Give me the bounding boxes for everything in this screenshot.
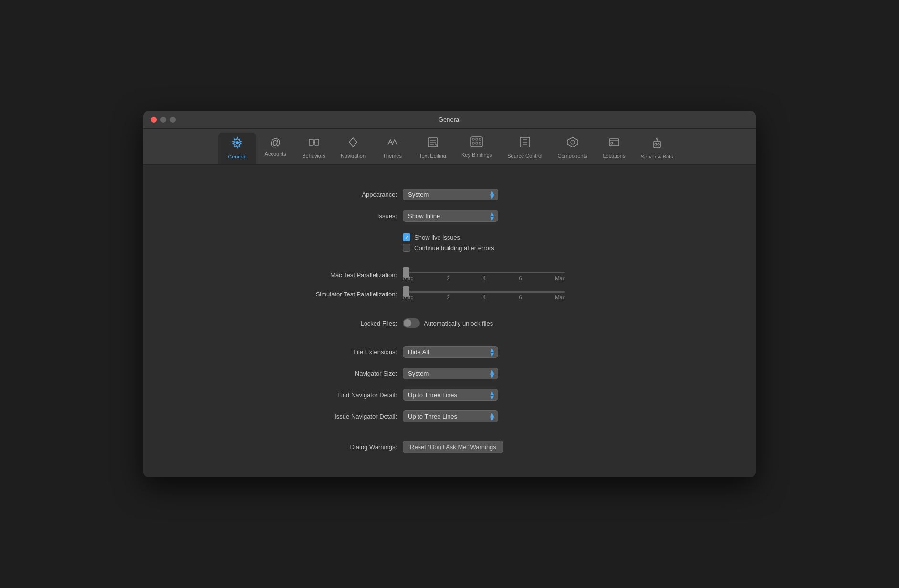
tab-themes[interactable]: Themes: [373, 133, 411, 163]
file-extensions-select[interactable]: Hide All Show All Show Known Types: [403, 346, 498, 358]
close-button[interactable]: [151, 117, 157, 123]
traffic-lights: [151, 117, 176, 123]
tab-behaviors-label: Behaviors: [302, 153, 325, 158]
svg-point-20: [571, 140, 575, 144]
appearance-control: System Light Dark ▲▼: [403, 189, 498, 200]
locked-files-label: Locked Files:: [282, 320, 397, 327]
issue-navigator-row: Issue Navigator Detail: Up to Three Line…: [282, 406, 617, 427]
appearance-select-wrapper: System Light Dark ▲▼: [403, 189, 498, 200]
dialog-warnings-control: Reset “Don’t Ask Me” Warnings: [403, 441, 503, 453]
svg-point-26: [658, 143, 659, 145]
find-navigator-control: Up to Three Lines One Line Two Lines ▲▼: [403, 389, 498, 401]
tab-accounts-label: Accounts: [265, 151, 286, 157]
tab-locations[interactable]: Locations: [595, 133, 633, 163]
themes-icon: [387, 136, 398, 151]
issues-select-wrapper: Show Inline Show Minimized None ▲▼: [403, 210, 498, 222]
issue-navigator-select-wrapper: Up to Three Lines One Line Two Lines ▲▼: [403, 410, 498, 422]
navigation-icon: [347, 136, 359, 151]
tab-components-label: Components: [558, 153, 587, 158]
continue-building-item: Continue building after errors: [403, 244, 494, 252]
tab-general-label: General: [228, 154, 247, 159]
svg-rect-12: [479, 138, 481, 140]
svg-point-0: [236, 141, 239, 144]
svg-rect-10: [472, 138, 474, 140]
locked-files-control: Automatically unlock files: [403, 318, 493, 328]
behaviors-icon: [308, 136, 320, 151]
tab-text-editing-label: Text Editing: [419, 153, 446, 158]
tab-server-bots-label: Server & Bots: [641, 154, 673, 159]
issues-select[interactable]: Show Inline Show Minimized None: [403, 210, 498, 222]
mac-tick-6: 6: [519, 275, 522, 281]
appearance-select[interactable]: System Light Dark: [403, 189, 498, 200]
tab-accounts[interactable]: @ Accounts: [256, 133, 294, 161]
locked-files-control-label: Automatically unlock files: [424, 320, 493, 327]
tab-components[interactable]: Components: [550, 133, 595, 163]
divider-4: [282, 427, 617, 436]
tab-behaviors[interactable]: Behaviors: [294, 133, 333, 163]
tab-navigation-label: Navigation: [341, 153, 366, 158]
simulator-test-slider[interactable]: [403, 291, 565, 293]
svg-rect-15: [479, 142, 481, 144]
navigator-size-control: System Small Medium Large ▲▼: [403, 368, 498, 379]
locked-files-row: Locked Files: Automatically unlock files: [282, 314, 617, 333]
issue-navigator-label: Issue Navigator Detail:: [282, 413, 397, 420]
tab-source-control-label: Source Control: [507, 153, 542, 158]
divider-3: [282, 333, 617, 341]
find-navigator-select[interactable]: Up to Three Lines One Line Two Lines: [403, 389, 498, 401]
sim-tick-max: Max: [555, 294, 565, 300]
titlebar: General: [143, 111, 756, 129]
simulator-test-label: Simulator Test Parallelization:: [282, 291, 397, 298]
issue-navigator-select[interactable]: Up to Three Lines One Line Two Lines: [403, 410, 498, 422]
tab-source-control[interactable]: Source Control: [500, 133, 550, 163]
mac-tick-4: 4: [483, 275, 486, 281]
continue-building-label: Continue building after errors: [414, 244, 494, 252]
toolbar: General @ Accounts Behaviors: [143, 129, 756, 165]
find-navigator-select-wrapper: Up to Three Lines One Line Two Lines ▲▼: [403, 389, 498, 401]
simulator-test-ticks: Auto 2 4 6 Max: [403, 294, 565, 300]
issue-navigator-control: Up to Three Lines One Line Two Lines ▲▼: [403, 410, 498, 422]
tab-navigation[interactable]: Navigation: [333, 133, 373, 163]
simulator-test-slider-container: Auto 2 4 6 Max: [403, 291, 565, 300]
svg-rect-11: [476, 138, 478, 140]
file-extensions-control: Hide All Show All Show Known Types ▲▼: [403, 346, 498, 358]
settings-content: Appearance: System Light Dark ▲▼: [143, 165, 756, 477]
continue-building-checkbox[interactable]: [403, 244, 410, 252]
svg-rect-14: [476, 142, 478, 144]
locked-files-toggle[interactable]: [403, 318, 420, 328]
maximize-button[interactable]: [170, 117, 176, 123]
svg-point-23: [611, 142, 613, 144]
issues-checkboxes-row: ✓ Show live issues Continue building aft…: [282, 227, 617, 258]
sim-tick-2: 2: [447, 294, 450, 300]
locations-icon: [608, 136, 620, 151]
mac-tick-2: 2: [447, 275, 450, 281]
divider-2: [282, 305, 617, 314]
tab-key-bindings[interactable]: Key Bindings: [454, 133, 500, 162]
file-extensions-row: File Extensions: Hide All Show All Show …: [282, 341, 617, 363]
show-live-issues-item: ✓ Show live issues: [403, 233, 494, 241]
tab-locations-label: Locations: [603, 153, 625, 158]
navigator-size-label: Navigator Size:: [282, 370, 397, 377]
key-bindings-icon: [470, 136, 483, 150]
settings-grid: Appearance: System Light Dark ▲▼: [282, 184, 617, 458]
tab-general[interactable]: General: [218, 133, 256, 164]
minimize-button[interactable]: [160, 117, 166, 123]
svg-point-28: [656, 138, 658, 140]
appearance-row: Appearance: System Light Dark ▲▼: [282, 184, 617, 205]
tab-key-bindings-label: Key Bindings: [461, 152, 492, 158]
issues-control: Show Inline Show Minimized None ▲▼: [403, 210, 498, 222]
find-navigator-label: Find Navigator Detail:: [282, 391, 397, 399]
mac-tick-max: Max: [555, 275, 565, 281]
issues-row: Issues: Show Inline Show Minimized None …: [282, 205, 617, 227]
issues-checkboxes: ✓ Show live issues Continue building aft…: [403, 231, 494, 253]
tab-text-editing[interactable]: Text Editing: [411, 133, 454, 163]
navigator-size-select[interactable]: System Small Medium Large: [403, 368, 498, 379]
mac-test-slider[interactable]: [403, 272, 565, 273]
tab-server-bots[interactable]: Server & Bots: [633, 133, 681, 164]
reset-warnings-button[interactable]: Reset “Don’t Ask Me” Warnings: [403, 441, 503, 453]
mac-test-row: Mac Test Parallelization: Auto 2 4 6 Max: [282, 267, 617, 286]
source-control-icon: [519, 136, 531, 151]
mac-test-ticks: Auto 2 4 6 Max: [403, 275, 565, 281]
dialog-warnings-label: Dialog Warnings:: [282, 443, 397, 451]
show-live-issues-checkbox[interactable]: ✓: [403, 233, 410, 241]
text-editing-icon: [427, 136, 439, 151]
